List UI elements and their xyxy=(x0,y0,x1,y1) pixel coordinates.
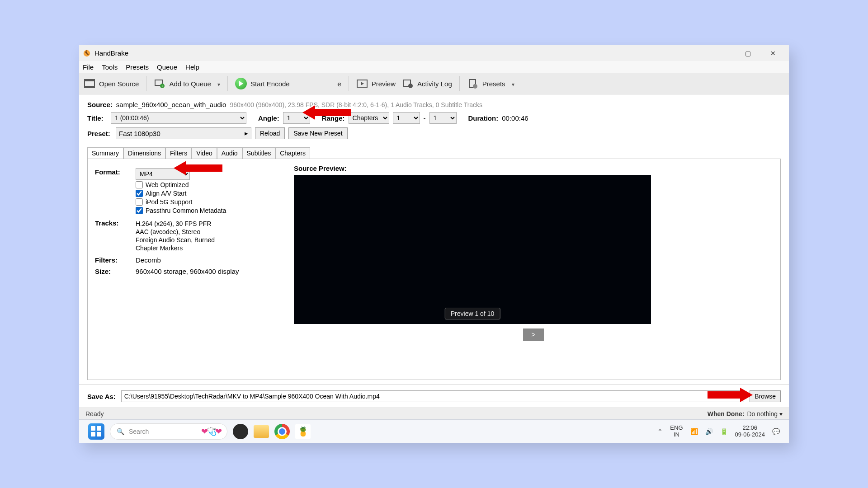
separator xyxy=(459,76,460,91)
taskbar-chrome[interactable] xyxy=(274,424,290,439)
separator xyxy=(349,76,349,91)
handbrake-icon xyxy=(83,49,91,57)
status-bar: Ready When Done: Do nothing ▾ xyxy=(79,408,789,419)
preview-icon xyxy=(356,78,368,89)
tab-filters[interactable]: Filters xyxy=(165,147,192,159)
browse-button[interactable]: Browse xyxy=(750,390,781,402)
status-ready: Ready xyxy=(85,410,104,418)
tab-dimensions[interactable]: Dimensions xyxy=(123,147,165,159)
taskbar-search[interactable]: 🔍 Search ❤🩺❤ xyxy=(110,423,227,440)
volume-icon[interactable]: 🔊 xyxy=(705,428,713,435)
titlebar: HandBrake — ▢ ✕ xyxy=(79,45,789,61)
hearts-icon: ❤🩺❤ xyxy=(201,427,221,436)
activity-log-button[interactable]: Activity Log xyxy=(402,78,452,89)
chevron-down-icon xyxy=(215,80,220,88)
svg-marker-9 xyxy=(361,82,364,85)
maximize-button[interactable]: ▢ xyxy=(736,45,760,61)
web-optimized-checkbox[interactable]: Web Optimized xyxy=(136,181,226,188)
tab-panel-summary: Format: MP4 Web Optimized Align A/V Star… xyxy=(87,159,781,380)
source-preview-image: Preview 1 of 10 xyxy=(294,175,651,324)
tab-video[interactable]: Video xyxy=(192,147,217,159)
svg-rect-4 xyxy=(85,86,94,88)
svg-point-13 xyxy=(473,84,477,89)
title-label: Title: xyxy=(87,114,107,122)
preset-select[interactable]: Fast 1080p30 ▸ xyxy=(116,127,251,139)
save-as-path-input[interactable] xyxy=(121,390,745,402)
handbrake-window: HandBrake — ▢ ✕ File Tools Presets Queue… xyxy=(79,45,789,443)
tab-subtitles[interactable]: Subtitles xyxy=(242,147,276,159)
passthru-metadata-checkbox[interactable]: Passthru Common Metadata xyxy=(136,207,226,214)
separator xyxy=(146,76,146,91)
presets-icon xyxy=(467,78,479,89)
format-select[interactable]: MP4 xyxy=(136,168,190,180)
format-label: Format: xyxy=(95,168,136,176)
source-label: Source: xyxy=(87,101,113,108)
when-done-select[interactable]: Do nothing ▾ xyxy=(747,410,783,418)
separator xyxy=(227,76,228,91)
menu-file[interactable]: File xyxy=(83,63,94,71)
preview-button[interactable]: Preview xyxy=(356,78,396,89)
notifications-icon[interactable]: 💬 xyxy=(772,428,780,435)
taskbar-app-1[interactable] xyxy=(233,424,248,439)
range-type-select[interactable]: Chapters xyxy=(349,112,389,124)
tab-audio[interactable]: Audio xyxy=(217,147,242,159)
film-icon xyxy=(84,78,95,89)
tray-language[interactable]: ENGIN xyxy=(670,425,683,438)
angle-select[interactable]: 1 xyxy=(283,112,310,124)
tray-chevron-up-icon[interactable]: ⌃ xyxy=(657,428,663,435)
svg-point-11 xyxy=(408,84,413,88)
preview-count-badge: Preview 1 of 10 xyxy=(445,308,500,319)
activity-icon xyxy=(402,78,414,89)
duration-label: Duration: xyxy=(468,114,499,122)
save-as-row: Save As: Browse xyxy=(79,385,789,408)
wifi-icon[interactable]: 📶 xyxy=(690,428,698,435)
minimize-button[interactable]: — xyxy=(711,45,736,61)
chevron-down-icon xyxy=(509,80,514,88)
add-to-queue-button[interactable]: + Add to Queue xyxy=(154,78,220,89)
source-preview-label: Source Preview: xyxy=(294,164,773,172)
tracks-label: Tracks: xyxy=(95,219,136,227)
save-new-preset-button[interactable]: Save New Preset xyxy=(288,127,347,139)
menu-help[interactable]: Help xyxy=(185,63,199,71)
svg-rect-3 xyxy=(85,80,94,81)
taskbar-handbrake[interactable]: 🍍 xyxy=(295,424,311,439)
duration-value: 00:00:46 xyxy=(502,114,528,122)
open-source-button[interactable]: Open Source xyxy=(84,78,139,89)
svg-text:+: + xyxy=(161,84,164,88)
presets-button[interactable]: Presets xyxy=(467,78,514,89)
tray-clock[interactable]: 22:0609-06-2024 xyxy=(735,425,765,438)
tab-chapters[interactable]: Chapters xyxy=(275,147,310,159)
taskbar-file-explorer[interactable] xyxy=(254,425,269,438)
filters-label: Filters: xyxy=(95,256,136,264)
align-av-start-checkbox[interactable]: Align A/V Start xyxy=(136,190,226,197)
queue-add-icon: + xyxy=(154,78,165,89)
source-details: 960x400 (960x400), 23.98 FPS, SDR (8-bit… xyxy=(230,101,482,108)
title-select[interactable]: 1 (00:00:46) xyxy=(111,112,246,124)
content-area: Source: sample_960x400_ocean_with_audio … xyxy=(79,94,789,385)
range-dash: - xyxy=(424,114,426,122)
start-button[interactable] xyxy=(88,423,104,440)
tracks-list: H.264 (x264), 30 FPS PFR AAC (avcodec), … xyxy=(136,219,215,253)
preview-next-button[interactable]: > xyxy=(523,328,544,341)
menu-tools[interactable]: Tools xyxy=(102,63,118,71)
range-from-select[interactable]: 1 xyxy=(393,112,420,124)
menu-presets[interactable]: Presets xyxy=(126,63,149,71)
app-title: HandBrake xyxy=(94,49,128,57)
size-label: Size: xyxy=(95,267,136,275)
ipod-5g-support-checkbox[interactable]: iPod 5G Support xyxy=(136,198,226,206)
battery-icon[interactable]: 🔋 xyxy=(720,428,728,435)
toolbar: Open Source + Add to Queue Start Encode … xyxy=(79,73,789,94)
range-label: Range: xyxy=(322,114,345,122)
tab-summary[interactable]: Summary xyxy=(87,147,123,159)
menu-queue[interactable]: Queue xyxy=(157,63,177,71)
play-icon xyxy=(235,78,247,89)
search-icon: 🔍 xyxy=(117,428,124,435)
size-value: 960x400 storage, 960x400 display xyxy=(136,267,239,275)
range-to-select[interactable]: 1 xyxy=(429,112,457,124)
save-as-label: Save As: xyxy=(87,393,116,400)
chevron-right-icon: ▸ xyxy=(245,129,248,137)
close-button[interactable]: ✕ xyxy=(760,45,785,61)
start-encode-button[interactable]: Start Encode xyxy=(235,78,290,89)
when-done-label: When Done: xyxy=(708,410,745,418)
reload-button[interactable]: Reload xyxy=(255,127,285,139)
